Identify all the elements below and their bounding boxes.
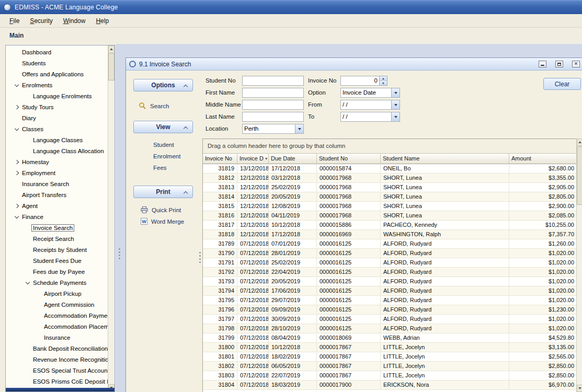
to-date-input[interactable]: / / xyxy=(340,112,400,122)
column-header[interactable]: Invoice D▼ xyxy=(237,154,269,164)
table-row[interactable]: 3181712/12/201810/12/20180000015886PACHE… xyxy=(203,221,576,230)
tree-item[interactable]: Language Enrolments xyxy=(6,90,108,101)
clear-button[interactable]: Clear xyxy=(543,78,581,90)
location-select[interactable]: Perth xyxy=(242,124,304,134)
tree-item[interactable]: Insurance xyxy=(6,332,108,343)
column-header[interactable]: Amount xyxy=(509,154,577,164)
first-name-input[interactable] xyxy=(242,88,304,98)
student-no-input[interactable] xyxy=(242,76,304,86)
table-row[interactable]: 3179807/12/201828/10/20190000016125ALFOR… xyxy=(203,324,576,333)
minimize-button[interactable] xyxy=(539,61,546,67)
table-row[interactable]: 3181312/12/201825/02/20190000017968SHORT… xyxy=(203,183,576,192)
grid-scrollbar[interactable] xyxy=(576,139,582,392)
tree-item[interactable]: Homestay xyxy=(6,156,108,167)
spin-down-icon[interactable] xyxy=(380,81,387,85)
table-row[interactable]: 3180307/12/201822/07/20190000017867LITTL… xyxy=(203,371,576,381)
column-header[interactable]: Student No xyxy=(317,154,381,164)
collapse-arrow-icon[interactable] xyxy=(13,216,20,218)
tree-item[interactable]: Offers and Applications xyxy=(6,68,108,79)
menu-window[interactable]: Window xyxy=(58,15,91,27)
scrollbar-thumb[interactable] xyxy=(577,146,582,205)
table-row[interactable]: 3179007/12/201828/01/20190000016125ALFOR… xyxy=(203,249,576,258)
table-row[interactable]: 3179107/12/201825/02/20190000016125ALFOR… xyxy=(203,258,576,268)
tree-item[interactable]: Receipt Search xyxy=(6,233,108,244)
table-row[interactable]: 3179507/12/201829/07/20190000016125ALFOR… xyxy=(203,296,576,305)
maximize-button[interactable] xyxy=(555,61,563,67)
tree-item[interactable]: ESOS Prisms CoE Deposit Expor xyxy=(6,376,108,387)
scroll-up-icon[interactable] xyxy=(577,139,582,146)
quick-print-button[interactable]: Quick Print xyxy=(141,206,181,213)
scroll-down-icon[interactable] xyxy=(577,385,582,392)
menu-file[interactable]: File xyxy=(4,15,25,27)
word-merge-button[interactable]: W Word Merge xyxy=(141,218,184,225)
tree-item[interactable]: Agent xyxy=(6,200,108,211)
option-select[interactable]: Invoice Date xyxy=(340,88,400,98)
tree-item[interactable]: Language Classes xyxy=(6,134,108,145)
tree-item[interactable]: Schedule Payments xyxy=(6,277,108,288)
search-button[interactable]: Search xyxy=(139,102,169,110)
tree-item[interactable]: Agent Commission xyxy=(6,299,108,310)
tree-item[interactable]: Student Fees Due xyxy=(6,255,108,266)
group-by-bar[interactable]: Drag a column header here to group by th… xyxy=(203,139,576,154)
tree-item[interactable]: Insurance Search xyxy=(6,178,108,189)
tree-item[interactable]: Receipts by Student xyxy=(6,244,108,255)
close-button[interactable]: ✕ xyxy=(572,61,580,67)
panel-splitter-grip[interactable] xyxy=(199,250,201,264)
tree-item[interactable]: Finance xyxy=(6,211,108,222)
tree-item[interactable]: Invoice Search xyxy=(6,222,108,233)
table-row[interactable]: 3180407/12/201818/03/20190000017900ERICK… xyxy=(203,381,576,390)
tree-item[interactable]: Accommodation Placement xyxy=(6,321,108,332)
tree-item[interactable]: ESOS Special Trust Account xyxy=(6,365,108,376)
middle-name-input[interactable] xyxy=(242,100,304,110)
table-row[interactable]: 3179207/12/201822/04/20190000016125ALFOR… xyxy=(203,268,576,277)
tree-item[interactable]: Students xyxy=(6,57,108,68)
tree-item[interactable]: Airport Pickup xyxy=(6,288,108,299)
tree-item[interactable]: Dashboard xyxy=(6,47,108,57)
table-row[interactable]: 3179407/12/201817/06/20190000016125ALFOR… xyxy=(203,286,576,296)
menu-help[interactable]: Help xyxy=(90,15,114,27)
view-panel-button[interactable]: View xyxy=(133,121,193,133)
invoice-window-titlebar[interactable]: 9.1 Invoice Search ✕ xyxy=(126,58,582,71)
splitter-grip[interactable] xyxy=(119,247,120,261)
menu-security[interactable]: Security xyxy=(25,15,58,27)
table-row[interactable]: 3179607/12/201809/09/20190000016125ALFOR… xyxy=(203,305,576,315)
dropdown-arrow-icon[interactable] xyxy=(391,112,400,121)
view-fees-link[interactable]: Fees xyxy=(153,165,167,171)
tree-item[interactable]: Revenue Income Recognition xyxy=(6,354,108,365)
dropdown-arrow-icon[interactable] xyxy=(295,124,303,133)
expand-arrow-icon[interactable] xyxy=(13,204,20,207)
expand-arrow-icon[interactable] xyxy=(13,106,20,109)
table-row[interactable]: 3178907/12/201807/01/20190000016125ALFOR… xyxy=(203,239,576,249)
invoice-no-stepper[interactable]: 0 xyxy=(340,76,387,86)
from-date-input[interactable]: / / xyxy=(340,100,400,110)
collapse-arrow-icon[interactable] xyxy=(13,84,20,86)
tree-item[interactable]: Language Class Allocation xyxy=(6,145,108,156)
expand-arrow-icon[interactable] xyxy=(13,160,20,164)
collapse-arrow-icon[interactable] xyxy=(13,128,20,130)
table-row[interactable]: 3181913/12/201817/12/20180000015874ONEIL… xyxy=(203,164,576,174)
view-student-link[interactable]: Student xyxy=(153,142,174,148)
tree-item[interactable]: Airport Transfers xyxy=(6,189,108,200)
tree-item[interactable]: Classes xyxy=(6,123,108,134)
column-header[interactable]: Student Name xyxy=(381,154,509,164)
tree-item[interactable]: Employment xyxy=(6,167,108,178)
table-row[interactable]: 3179907/12/201808/04/20190000018069WEBB,… xyxy=(203,333,576,343)
last-name-input[interactable] xyxy=(242,112,304,122)
table-row[interactable]: 3180107/12/201818/02/20190000017867LITTL… xyxy=(203,352,576,362)
table-row[interactable]: 3179307/12/201820/05/20190000016125ALFOR… xyxy=(203,277,576,286)
table-row[interactable]: 3181412/12/201820/05/20190000017968SHORT… xyxy=(203,192,576,202)
view-enrolment-link[interactable]: Enrolment xyxy=(153,153,180,159)
table-row[interactable]: 3181512/12/201812/08/20190000017968SHORT… xyxy=(203,202,576,211)
dropdown-arrow-icon[interactable] xyxy=(391,100,400,109)
dropdown-arrow-icon[interactable] xyxy=(391,88,400,97)
scrollbar-thumb[interactable] xyxy=(108,53,115,80)
scroll-up-icon[interactable] xyxy=(108,45,115,53)
column-header[interactable]: Due Date xyxy=(269,154,317,164)
options-panel-button[interactable]: Options xyxy=(133,79,193,91)
collapse-arrow-icon[interactable] xyxy=(24,282,31,284)
tree-item[interactable]: Enrolments xyxy=(6,79,108,90)
table-row[interactable]: 3180007/12/201810/12/20180000017867LITTL… xyxy=(203,343,576,352)
tree-item[interactable]: Study Tours xyxy=(6,101,108,112)
spin-up-icon[interactable] xyxy=(380,76,387,81)
sidebar-scrollbar[interactable] xyxy=(108,45,115,391)
